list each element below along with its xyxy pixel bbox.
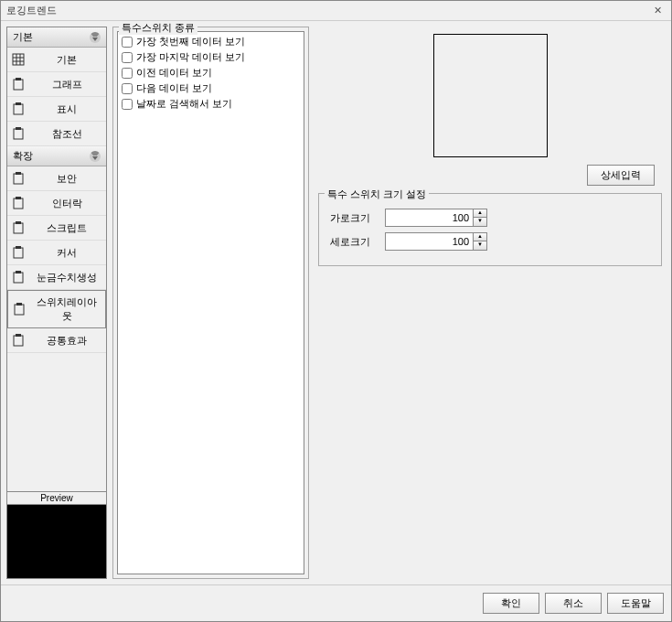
clipboard-icon [11,126,26,141]
checkbox[interactable] [122,83,133,94]
footer: 확인 취소 도움말 [1,584,671,621]
spinner-down-icon[interactable]: ▼ [474,241,486,250]
clipboard-icon [11,333,26,348]
sidebar-item-scale[interactable]: 눈금수치생성 [7,265,106,290]
chevron-down-icon [90,32,101,43]
svg-rect-18 [16,246,21,249]
check-label: 가장 마지막 데이터 보기 [136,50,245,64]
svg-rect-5 [14,80,23,90]
right-panel: 상세입력 특수 스위치 크기 설정 가로크기 ▲ ▼ 세로크기 [315,27,666,579]
checkbox[interactable] [122,37,133,48]
svg-rect-12 [16,172,21,175]
sidebar-item-cursor[interactable]: 커서 [7,241,106,265]
size-fieldset: 특수 스위치 크기 설정 가로크기 ▲ ▼ 세로크기 [318,193,662,266]
check-label: 날짜로 검색해서 보기 [136,97,232,111]
svg-rect-9 [14,129,23,139]
sidebar-item-label: 참조선 [31,127,102,141]
content-area: 기본 기본 그래프 표시 [1,21,671,584]
sidebar-item-security[interactable]: 보안 [7,166,106,191]
sidebar-item-graph[interactable]: 그래프 [7,72,106,97]
svg-rect-16 [16,221,21,224]
detail-input-button[interactable]: 상세입력 [587,165,655,186]
sidebar-item-label: 스위치레이아웃 [32,295,101,323]
switch-types-list[interactable]: 가장 첫번째 데이터 보기 가장 마지막 데이터 보기 이전 데이터 보기 다음… [117,31,304,574]
sidebar-item-label: 인터락 [31,197,102,210]
list-item[interactable]: 날짜로 검색해서 보기 [122,96,300,112]
check-label: 이전 데이터 보기 [136,66,212,80]
sidebar-item-display[interactable]: 표시 [7,97,106,122]
sidebar-item-label: 보안 [31,172,102,186]
help-button[interactable]: 도움말 [607,593,664,614]
close-icon[interactable]: ✕ [650,5,666,16]
clipboard-icon [11,77,26,91]
sidebar: 기본 기본 그래프 표시 [6,27,107,579]
accordion-header-basic[interactable]: 기본 [7,27,106,48]
preview-content [7,505,106,578]
width-label: 가로크기 [330,211,376,225]
checkbox[interactable] [122,52,133,63]
switch-types-fieldset: 특수스위치 종류 가장 첫번째 데이터 보기 가장 마지막 데이터 보기 이전 … [112,27,309,579]
sidebar-item-refline[interactable]: 참조선 [7,122,106,146]
spinner-buttons: ▲ ▼ [473,209,486,226]
spinner-up-icon[interactable]: ▲ [474,233,486,241]
grid-icon [11,52,26,67]
spinner-up-icon[interactable]: ▲ [474,209,486,218]
height-spinner[interactable]: ▲ ▼ [385,232,487,251]
checkbox[interactable] [122,68,133,79]
svg-rect-22 [16,303,22,306]
svg-rect-23 [14,336,23,346]
spinner-down-icon[interactable]: ▼ [474,218,486,226]
svg-rect-6 [16,78,21,80]
height-label: 세로크기 [330,235,376,249]
clipboard-icon [12,302,27,316]
checkbox[interactable] [122,99,133,110]
sidebar-item-label: 기본 [31,53,102,67]
sidebar-item-label: 스크립트 [31,221,102,235]
switch-types-panel: 특수스위치 종류 가장 첫번째 데이터 보기 가장 마지막 데이터 보기 이전 … [112,27,309,579]
sidebar-item-script[interactable]: 스크립트 [7,216,106,241]
svg-rect-14 [16,197,21,199]
svg-rect-0 [13,54,24,65]
list-item[interactable]: 가장 첫번째 데이터 보기 [122,34,300,49]
ok-button[interactable]: 확인 [483,593,539,614]
sidebar-item-label: 눈금수치생성 [31,271,102,284]
titlebar: 로깅트렌드 ✕ [1,1,671,21]
clipboard-icon [11,270,26,284]
list-item[interactable]: 다음 데이터 보기 [122,80,300,96]
height-input[interactable] [386,234,473,249]
switch-preview-rect [433,34,548,157]
sidebar-item-label: 공통효과 [31,334,102,348]
height-row: 세로크기 ▲ ▼ [330,232,650,251]
sidebar-item-effects[interactable]: 공통효과 [7,328,106,353]
sidebar-item-interlock[interactable]: 인터락 [7,191,106,216]
check-label: 다음 데이터 보기 [136,81,212,95]
svg-rect-21 [15,305,24,315]
sidebar-item-basic[interactable]: 기본 [7,48,106,72]
clipboard-icon [11,196,26,210]
fieldset-legend: 특수 스위치 크기 설정 [325,188,429,201]
svg-rect-13 [14,198,23,209]
accordion-header-extended[interactable]: 확장 [7,146,106,166]
spacer [7,353,106,491]
chevron-down-icon [90,151,101,162]
dialog-window: 로깅트렌드 ✕ 기본 기본 그래프 [0,0,672,622]
sidebar-item-label: 커서 [31,246,102,260]
list-item[interactable]: 이전 데이터 보기 [122,65,300,80]
detail-button-row: 상세입력 [318,165,662,186]
list-item[interactable]: 가장 마지막 데이터 보기 [122,49,300,65]
svg-rect-19 [14,273,23,283]
clipboard-icon [11,220,26,235]
svg-rect-10 [16,127,21,130]
preview-label: Preview [7,492,106,505]
sidebar-item-switchlayout[interactable]: 스위치레이아웃 [7,290,106,328]
width-row: 가로크기 ▲ ▼ [330,209,650,227]
window-title: 로깅트렌드 [6,4,57,17]
svg-rect-7 [14,104,23,114]
width-spinner[interactable]: ▲ ▼ [385,209,487,227]
check-label: 가장 첫번째 데이터 보기 [136,35,245,48]
sidebar-item-label: 그래프 [31,78,102,91]
width-input[interactable] [386,210,473,225]
cancel-button[interactable]: 취소 [545,593,602,614]
accordion-label: 기본 [13,30,33,44]
clipboard-icon [11,171,26,186]
